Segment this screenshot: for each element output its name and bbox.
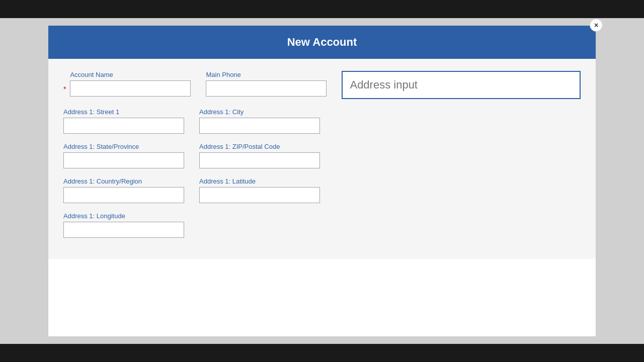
address-input-group — [342, 71, 581, 99]
modal: New Account × * Account Name Main Phone — [48, 25, 596, 337]
longitude-label: Address 1: Longitude — [63, 212, 184, 220]
form-row-4: Address 1: Country/Region Address 1: Lat… — [63, 177, 581, 203]
modal-wrapper: New Account × * Account Name Main Phone — [0, 18, 644, 344]
form-row-5: Address 1: Longitude — [63, 212, 581, 238]
bottom-bar — [0, 344, 644, 362]
form-row-3: Address 1: State/Province Address 1: ZIP… — [63, 143, 581, 168]
latitude-group: Address 1: Latitude — [199, 177, 320, 203]
zip-input[interactable] — [199, 152, 320, 168]
form-row-1: * Account Name Main Phone — [63, 71, 581, 99]
country-input[interactable] — [63, 187, 184, 203]
zip-label: Address 1: ZIP/Postal Code — [199, 143, 320, 150]
latitude-label: Address 1: Latitude — [199, 177, 320, 185]
address-input-field[interactable] — [342, 71, 581, 99]
street1-label: Address 1: Street 1 — [63, 108, 184, 116]
country-label: Address 1: Country/Region — [63, 177, 184, 185]
close-button[interactable]: × — [590, 19, 603, 32]
top-bar — [0, 0, 644, 18]
city-label: Address 1: City — [199, 108, 320, 116]
state-group: Address 1: State/Province — [63, 143, 184, 168]
zip-group: Address 1: ZIP/Postal Code — [199, 143, 320, 168]
modal-title: New Account — [287, 36, 357, 48]
state-label: Address 1: State/Province — [63, 143, 184, 150]
modal-body: * Account Name Main Phone Addres — [48, 59, 596, 259]
main-phone-label: Main Phone — [206, 71, 327, 78]
city-group: Address 1: City — [199, 108, 320, 134]
main-phone-input[interactable] — [206, 80, 327, 97]
account-name-input[interactable] — [70, 80, 191, 97]
longitude-input[interactable] — [63, 222, 184, 238]
required-star: * — [63, 71, 66, 93]
latitude-input[interactable] — [199, 187, 320, 203]
street1-group: Address 1: Street 1 — [63, 108, 184, 134]
main-phone-group: Main Phone — [206, 71, 327, 97]
state-input[interactable] — [63, 152, 184, 168]
street1-input[interactable] — [63, 118, 184, 134]
account-name-label: Account Name — [70, 71, 191, 78]
modal-header: New Account × — [48, 26, 596, 59]
country-group: Address 1: Country/Region — [63, 177, 184, 203]
city-input[interactable] — [199, 118, 320, 134]
form-row-2: Address 1: Street 1 Address 1: City — [63, 108, 581, 134]
longitude-group: Address 1: Longitude — [63, 212, 184, 238]
account-name-group: Account Name — [70, 71, 191, 97]
